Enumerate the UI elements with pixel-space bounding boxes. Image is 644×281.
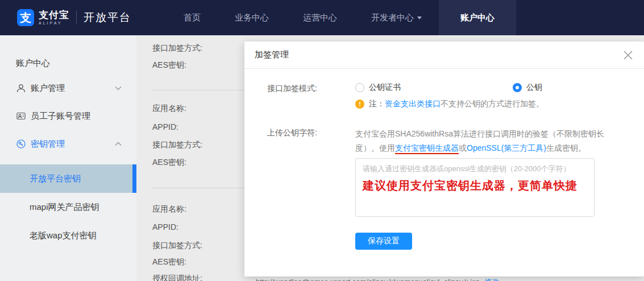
warning-icon: ! xyxy=(355,100,364,109)
bg-field-label: 接口加签方式: xyxy=(152,140,202,150)
chevron-down-icon xyxy=(115,86,122,90)
sidebar-item-label: 密钥管理 xyxy=(31,139,65,150)
logo-divider xyxy=(76,11,77,24)
sidebar-item-account-management[interactable]: 账户管理 xyxy=(0,80,136,97)
bg-field-label: 接口加签方式: xyxy=(152,241,202,251)
modal-title: 加签管理 xyxy=(255,49,289,60)
modal-header: 加签管理 xyxy=(244,42,644,69)
radio-unchecked-icon xyxy=(355,83,364,92)
sidebar-subitem-mapi-gateway-keys[interactable]: mapi网关产品密钥 xyxy=(0,193,136,221)
key-circle-icon xyxy=(16,139,26,149)
bg-field-label: APPID: xyxy=(152,122,178,131)
subitem-label: 开放平台密钥 xyxy=(30,173,81,184)
subitem-label: 老版wap支付密钥 xyxy=(30,230,97,241)
sidebar: 账户中心 账户管理 员工子账号管理 密钥管理 开放平台密钥 mapi网关产品密钥… xyxy=(0,35,136,281)
bg-field-label: 接口加签方式: xyxy=(152,43,202,53)
nav-item-account[interactable]: 账户中心 xyxy=(439,0,516,35)
bg-field-label: 应用名称: xyxy=(152,104,186,114)
pubkey-description: 支付宝会用SHA256withRsa算法进行接口调用时的验签（不限制密钥长度）。… xyxy=(355,127,622,155)
sidebar-subitem-legacy-wap-keys[interactable]: 老版wap支付密钥 xyxy=(0,221,136,250)
save-settings-button[interactable]: 保存设置 xyxy=(355,233,412,250)
subitem-label: mapi网关产品密钥 xyxy=(30,202,99,213)
pubkey-textarea[interactable]: 请输入通过密钥生成器或openssl生成的密钥（20-2000个字符） 建议使用… xyxy=(355,158,595,217)
bg-field-label: AES密钥: xyxy=(152,158,186,168)
divider xyxy=(152,90,244,90)
nav-item-business[interactable]: 业务中心 xyxy=(218,0,286,35)
sign-mode-label: 接口加签模式: xyxy=(267,84,317,94)
openssl-link[interactable]: OpenSSL(第三方工具) xyxy=(467,143,546,152)
sidebar-subitem-open-platform-keys[interactable]: 开放平台密钥 xyxy=(0,164,136,193)
sidebar-item-label: 账户管理 xyxy=(31,83,65,94)
sidebar-item-label: 员工子账号管理 xyxy=(31,111,90,122)
fund-expense-api-link[interactable]: 资金支出类接口 xyxy=(385,99,441,109)
radio-public-key-cert[interactable]: 公钥证书 xyxy=(355,82,401,93)
nav-item-developer[interactable]: 开发者中心 xyxy=(354,0,439,35)
divider xyxy=(152,188,244,188)
bg-field-label: 应用名称: xyxy=(152,204,186,214)
bg-field-label: AES密钥: xyxy=(152,257,186,267)
callback-url-clipped: http://wondloadhomes.xsport.com/alipay.k… xyxy=(256,277,499,281)
product-name: 开放平台 xyxy=(84,10,131,25)
textarea-placeholder: 请输入通过密钥生成器或openssl生成的密钥（20-2000个字符） xyxy=(363,164,587,174)
radio-public-key[interactable]: 公钥 xyxy=(513,82,542,93)
alipay-keygen-link[interactable]: 支付宝密钥生成器 xyxy=(395,143,459,154)
nav-item-operations[interactable]: 运营中心 xyxy=(286,0,354,35)
sidebar-title: 账户中心 xyxy=(0,35,136,69)
bg-field-label: APPID: xyxy=(152,222,178,232)
sign-mode-options: 公钥证书 公钥 xyxy=(355,82,542,93)
bg-field-label: 授权回调地址: xyxy=(152,274,202,281)
selected-indicator-bar xyxy=(132,164,136,193)
nav-item-home[interactable]: 首页 xyxy=(167,0,218,35)
upload-pubkey-label: 上传公钥字符: xyxy=(267,128,317,138)
alipay-logo-icon: 支 xyxy=(17,9,34,26)
alipay-logo[interactable]: 支 支付宝 ALIPAY 开放平台 xyxy=(17,9,131,26)
red-annotation-text: 建议使用支付宝密钥生成器，更简单快捷 xyxy=(363,178,587,193)
brand-text: 支付宝 ALIPAY xyxy=(39,10,69,25)
radio-checked-icon xyxy=(513,83,522,92)
close-icon[interactable] xyxy=(621,48,635,62)
modify-link[interactable]: 修改 xyxy=(484,278,499,281)
bg-field-label: AES密钥: xyxy=(152,60,186,71)
chevron-up-icon xyxy=(115,142,122,146)
sign-mode-note: ! 注： 资金支出类接口 不支持公钥的方式进行加签。 xyxy=(355,99,544,109)
id-card-icon xyxy=(16,111,26,121)
caret-down-icon xyxy=(417,16,422,19)
nav-menu: 首页 业务中心 运营中心 开发者中心 账户中心 xyxy=(167,0,516,35)
top-navbar: 支 支付宝 ALIPAY 开放平台 首页 业务中心 运营中心 开发者中心 账户中… xyxy=(0,0,644,35)
sidebar-item-key-management[interactable]: 密钥管理 xyxy=(0,135,136,152)
sidebar-item-staff-accounts[interactable]: 员工子账号管理 xyxy=(0,108,136,125)
sign-management-modal: 加签管理 接口加签模式: 公钥证书 公钥 ! 注： 资金支出类接口 不支持公钥的… xyxy=(244,42,644,276)
user-icon xyxy=(16,83,26,93)
